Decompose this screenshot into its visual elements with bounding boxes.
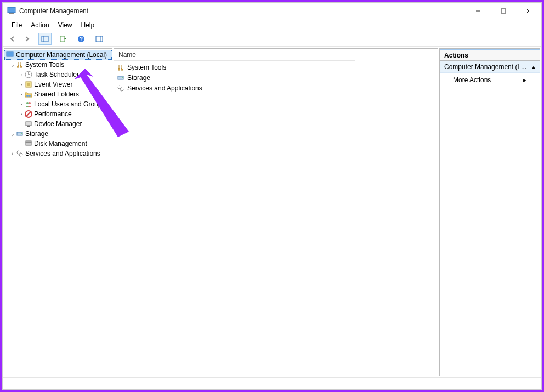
clock-icon — [24, 70, 33, 79]
tree-item-label: Shared Folders — [34, 89, 79, 99]
column-header-name[interactable]: Name — [114, 49, 355, 61]
svg-point-22 — [26, 102, 29, 104]
disk-icon — [24, 139, 33, 148]
tree-item-label: Task Scheduler — [34, 70, 79, 79]
tree-shared-folders[interactable]: ›Shared Folders — [4, 89, 112, 99]
svg-rect-31 — [26, 141, 31, 143]
tree-system-tools[interactable]: ⌄ System Tools — [4, 60, 112, 70]
tree-item-label: Performance — [34, 109, 72, 119]
users-icon — [24, 100, 33, 109]
minimize-button[interactable] — [466, 3, 491, 19]
menu-help[interactable]: Help — [77, 20, 99, 30]
actions-context[interactable]: Computer Management (L... ▴ — [440, 61, 540, 73]
expand-icon[interactable]: › — [19, 89, 24, 99]
svg-point-29 — [21, 133, 22, 134]
svg-rect-26 — [26, 122, 31, 126]
separator — [72, 34, 72, 44]
collapse-icon[interactable]: ▴ — [532, 63, 535, 71]
storage-icon — [116, 73, 125, 82]
tree-item-label: Event Viewer — [34, 79, 72, 89]
show-hide-action-pane-button[interactable] — [93, 33, 106, 45]
main-area: Computer Management (Local) ⌄ System Too… — [3, 47, 541, 377]
window-title: Computer Management — [19, 7, 88, 15]
shared-folder-icon — [24, 90, 33, 99]
list-item-storage[interactable]: Storage — [116, 72, 353, 83]
tree-item-label: System Tools — [25, 60, 64, 70]
menu-file[interactable]: File — [7, 20, 26, 30]
actions-context-label: Computer Management (L... — [444, 63, 526, 71]
list-panel: Name System Tools Storage Services and A… — [114, 48, 438, 376]
svg-point-37 — [120, 88, 123, 91]
svg-text:?: ? — [80, 36, 83, 42]
export-button[interactable] — [56, 33, 70, 45]
svg-point-23 — [29, 102, 31, 104]
actions-panel: Actions Computer Management (L... ▴ More… — [439, 48, 540, 376]
expand-icon[interactable]: › — [19, 70, 24, 79]
tree-performance[interactable]: ›Performance — [4, 109, 112, 119]
tools-icon — [15, 60, 24, 69]
svg-rect-13 — [7, 52, 13, 56]
titlebar: Computer Management — [3, 3, 541, 19]
svg-rect-6 — [42, 36, 48, 42]
submenu-icon: ▸ — [523, 76, 526, 84]
tree-item-label: Disk Management — [34, 139, 87, 149]
tree-panel: Computer Management (Local) ⌄ System Too… — [4, 48, 112, 376]
list-item-label: Storage — [127, 74, 150, 82]
maximize-button[interactable] — [491, 3, 516, 19]
menu-view[interactable]: View — [54, 20, 77, 30]
tree-root[interactable]: Computer Management (Local) — [4, 50, 112, 60]
list-item-services-apps[interactable]: Services and Applications — [116, 83, 353, 93]
list-item-label: System Tools — [127, 64, 166, 71]
separator — [90, 34, 90, 44]
device-icon — [24, 120, 33, 128]
svg-point-20 — [26, 95, 29, 97]
list-item-system-tools[interactable]: System Tools — [116, 62, 353, 72]
actions-title: Actions — [440, 49, 540, 61]
back-button[interactable] — [6, 33, 19, 45]
services-icon — [15, 149, 24, 158]
tree-event-viewer[interactable]: ›Event Viewer — [4, 79, 112, 89]
actions-more[interactable]: More Actions ▸ — [440, 73, 540, 87]
svg-rect-27 — [27, 126, 30, 127]
computer-icon — [6, 50, 15, 59]
tree-device-manager[interactable]: Device Manager — [4, 119, 112, 129]
help-button[interactable]: ? — [75, 33, 88, 45]
svg-rect-8 — [60, 36, 65, 42]
tree-item-label: Device Manager — [34, 119, 82, 129]
expand-icon[interactable]: › — [19, 79, 24, 89]
list-column: Name System Tools Storage Services and A… — [114, 49, 355, 376]
expand-icon[interactable]: › — [10, 149, 15, 158]
menu-action[interactable]: Action — [26, 20, 53, 30]
svg-rect-30 — [26, 143, 31, 145]
list-item-label: Services and Applications — [127, 84, 202, 92]
event-log-icon — [24, 80, 33, 89]
toolbar: ? — [3, 31, 541, 47]
expand-icon[interactable]: › — [19, 99, 24, 109]
services-icon — [116, 84, 125, 93]
collapse-icon[interactable]: ⌄ — [10, 60, 15, 70]
svg-rect-1 — [9, 13, 14, 14]
close-button[interactable] — [516, 3, 541, 19]
tree-disk-management[interactable]: Disk Management — [4, 139, 112, 149]
forward-button[interactable] — [20, 33, 33, 45]
tree-local-users[interactable]: ›Local Users and Groups — [4, 99, 112, 109]
svg-rect-17 — [26, 82, 31, 87]
menubar: File Action View Help — [3, 19, 541, 31]
actions-more-label: More Actions — [453, 76, 491, 84]
separator — [54, 34, 54, 44]
tree-services-apps[interactable]: › Services and Applications — [4, 149, 112, 158]
storage-icon — [15, 129, 24, 138]
tree-item-label: Services and Applications — [25, 149, 100, 158]
expand-icon[interactable]: › — [19, 109, 24, 119]
tree-root-label: Computer Management (Local) — [16, 50, 107, 60]
svg-rect-3 — [501, 9, 506, 13]
svg-rect-11 — [96, 36, 103, 42]
svg-point-33 — [19, 153, 22, 156]
show-hide-tree-button[interactable] — [38, 33, 52, 45]
tree-storage[interactable]: ⌄ Storage — [4, 129, 112, 139]
collapse-icon[interactable]: ⌄ — [10, 129, 15, 139]
tree-task-scheduler[interactable]: ›Task Scheduler — [4, 70, 112, 79]
separator — [36, 34, 36, 44]
list-empty-area — [355, 49, 438, 376]
svg-point-35 — [122, 77, 123, 78]
